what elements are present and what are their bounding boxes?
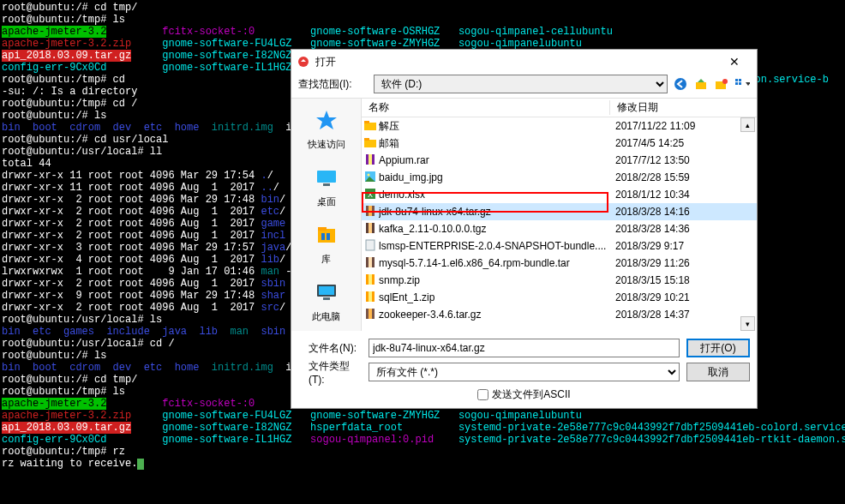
file-row[interactable]: baidu_img.jpg2018/2/28 15:59 [362,169,757,186]
file-date: 2018/3/29 11:26 [610,257,757,269]
zip-icon [362,291,379,305]
file-date: 2018/1/12 10:34 [610,189,757,201]
tgz-icon [362,222,379,237]
scroll-down-button[interactable]: ▾ [740,316,755,331]
lookin-select[interactable]: 软件 (D:) [374,75,668,93]
svg-rect-9 [317,171,336,183]
place-library[interactable]: 库 [295,217,358,273]
ascii-label: 发送文件到ASCII [492,387,570,402]
desktop-icon [313,165,340,192]
cancel-button[interactable]: 取消 [686,363,750,381]
file-list[interactable]: ▴ ▾ 解压2017/11/22 11:09邮箱2017/4/5 14:25Ap… [362,117,757,331]
svg-rect-17 [323,297,330,300]
file-row[interactable]: zookeeper-3.4.6.tar.gz2018/3/28 14:37 [362,306,757,323]
file-date: 2017/4/5 14:25 [610,137,757,149]
file-date: 2017/7/12 13:50 [610,154,757,166]
open-button[interactable]: 打开(O) [686,339,750,357]
lookin-label: 查找范围(I): [298,77,369,92]
viewmenu-icon[interactable] [734,76,750,92]
svg-rect-23 [364,121,369,123]
svg-rect-36 [366,240,375,250]
up-icon[interactable] [693,76,709,92]
star-icon [313,107,340,135]
svg-rect-4 [735,79,738,81]
file-row[interactable]: jdk-8u74-linux-x64.tar.gz2018/3/28 14:16 [362,203,757,220]
file-name: 解压 [379,119,610,134]
place-label: 此电脑 [295,310,358,323]
ascii-checkbox[interactable] [477,389,488,400]
place-label: 库 [295,253,358,266]
dialog-title: 打开 [315,55,717,69]
rar-icon [362,153,379,168]
svg-rect-10 [323,183,330,186]
app-icon [297,55,310,69]
file-name: zookeeper-3.4.6.tar.gz [379,309,610,321]
col-date[interactable]: 修改日期 [610,100,757,115]
svg-rect-16 [319,286,334,295]
svg-rect-25 [364,138,369,141]
file-name: baidu_img.jpg [379,171,610,183]
filetype-select[interactable]: 所有文件 (*.*) [369,363,680,381]
svg-rect-44 [369,309,372,319]
tar-icon [362,256,379,271]
folder-icon [362,119,379,134]
svg-rect-24 [364,140,376,147]
file-date: 2018/3/29 9:17 [610,240,757,252]
file-row[interactable]: sqlEnt_1.zip2018/3/29 10:21 [362,289,757,306]
svg-point-1 [674,78,686,90]
library-icon [313,222,340,249]
file-row[interactable]: Appium.rar2017/7/12 13:50 [362,152,757,169]
open-file-dialog: 打开 ✕ 查找范围(I): 软件 (D:) 快速访问桌面库此电脑网络 名称 修改… [291,49,758,409]
file-name: 邮箱 [379,136,610,151]
back-icon[interactable] [673,76,688,92]
zip-icon [362,273,379,288]
newfolder-icon[interactable] [714,76,729,92]
place-star[interactable]: 快速访问 [295,102,358,158]
svg-rect-7 [739,82,741,85]
place-pc[interactable]: 此电脑 [295,274,358,330]
file-row[interactable]: 邮箱2017/4/5 14:25 [362,135,757,152]
file-row[interactable]: Xdemo.xlsx2018/1/12 10:34 [362,186,757,203]
file-row[interactable]: lsmsp-ENTERPRISE-2.0.4-SNAPSHOT-bundle..… [362,237,757,255]
col-name[interactable]: 名称 [362,100,610,115]
svg-text:X: X [368,190,373,199]
file-date: 2018/3/28 14:36 [610,223,757,235]
file-date: 2018/3/15 15:18 [610,274,757,286]
place-desktop[interactable]: 桌面 [295,159,358,215]
gz-icon [362,205,379,219]
file-name: lsmsp-ENTERPRISE-2.0.4-SNAPSHOT-bundle..… [379,240,610,252]
xlsx-icon: X [362,188,379,202]
column-headers[interactable]: 名称 修改日期 [362,99,757,117]
file-row[interactable]: 解压2017/11/22 11:09 [362,117,757,135]
svg-rect-14 [327,233,330,240]
file-date: 2018/3/29 10:21 [610,291,757,303]
file-name: snmp.zip [379,274,610,286]
svg-rect-13 [321,233,325,240]
filename-label: 文件名(N): [298,341,362,356]
file-date: 2018/3/28 14:16 [610,206,757,218]
close-button[interactable]: ✕ [717,52,752,71]
svg-rect-42 [369,291,372,302]
file-row[interactable]: snmp.zip2018/3/15 15:18 [362,272,757,289]
gz-icon [362,308,379,322]
jpg-icon [362,171,379,185]
file-name: kafka_2.11-0.10.0.0.tgz [379,223,610,235]
filename-input[interactable] [369,339,680,357]
svg-point-29 [368,173,370,176]
file-row[interactable]: mysql-5.7.14-1.el6.x86_64.rpm-bundle.tar… [362,255,757,272]
pc-icon [313,279,340,307]
file-date: 2018/2/28 15:59 [610,171,757,183]
place-label: 快速访问 [295,138,358,151]
file-row[interactable]: kafka_2.11-0.10.0.0.tgz2018/3/28 14:36 [362,220,757,237]
svg-marker-8 [316,111,337,129]
svg-rect-40 [369,274,372,285]
scroll-up-button[interactable]: ▴ [740,117,755,132]
svg-rect-6 [735,82,738,85]
dialog-bottom: 文件名(N): 打开(O) 文件类型(T): 所有文件 (*.*) 取消 发送文… [291,331,757,408]
lookin-row: 查找范围(I): 软件 (D:) [291,74,757,98]
folder-icon [362,136,379,151]
svg-rect-12 [318,227,327,231]
file-name: jdk-8u74-linux-x64.tar.gz [379,206,610,218]
file-name: sqlEnt_1.zip [379,291,610,303]
file-name: Appium.rar [379,154,610,166]
